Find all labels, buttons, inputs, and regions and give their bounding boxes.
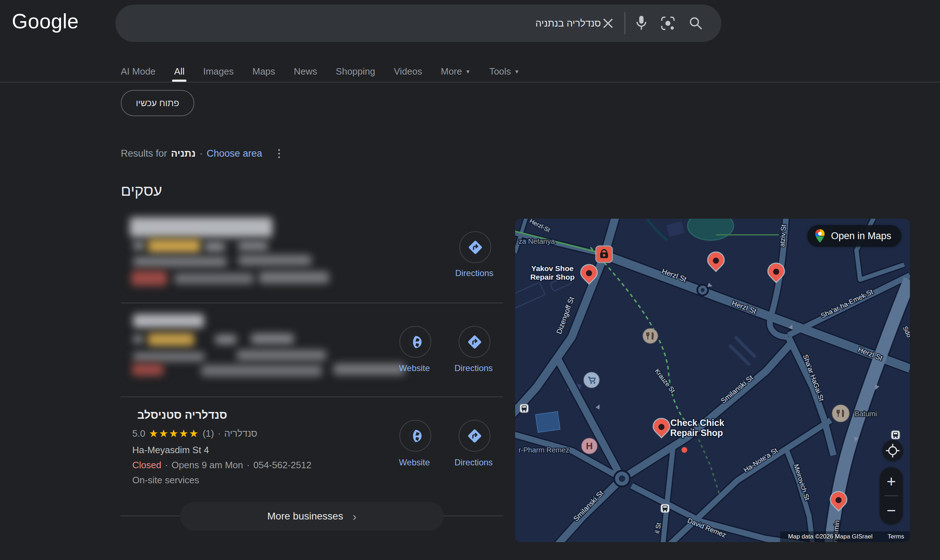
tab-videos[interactable]: Videos [394,60,422,83]
chevron-right-icon: › [352,510,356,522]
separator-dot: · [247,460,250,471]
results-location: נתניה [171,148,196,159]
open-now-filter-chip[interactable]: פתוח עכשיו [121,90,194,116]
listing-divider [121,397,503,397]
business-listing-redacted-1[interactable]: Directions [121,214,503,303]
more-businesses-button[interactable]: More businesses › [180,502,444,531]
open-in-maps-label: Open in Maps [831,231,891,242]
zoom-in-button[interactable]: + [880,467,903,495]
directions-label[interactable]: Directions [441,457,506,468]
results-location-bar: Results for נתניה · Choose area [121,148,282,160]
search-tabs: AI ModeAllImagesMapsNewsShoppingVideosMo… [121,60,520,83]
street-label: Batumi [855,410,877,418]
crosshair-icon [885,443,900,458]
svg-text:H: H [586,441,593,451]
map-dot-marker [682,447,687,453]
food-poi-icon[interactable] [832,405,849,422]
street-label: Yakov Shoe [531,264,574,272]
listing-hours: Opens 9 am Mon [172,460,243,471]
redacted-rating [133,335,143,343]
redacted-address [133,352,205,362]
lens-camera-icon[interactable] [660,16,675,31]
street-label: r-Pharm Remez [518,446,569,454]
businesses-heading: עסקים [121,182,162,199]
listing-divider [121,303,503,303]
directions-label[interactable]: Directions [442,268,506,278]
google-logo[interactable]: Google [12,9,79,33]
attribution-text: Map data ©2026 Mapa GISrael [788,533,872,540]
tab-images[interactable]: Images [203,60,234,83]
separator-dot: · [165,460,168,471]
redacted-reviews [205,242,225,252]
microphone-icon[interactable] [635,15,648,32]
map-panel[interactable]: HHerzl-Stza NetanyaDizengoff StHerzl StH… [515,219,910,542]
website-button[interactable] [399,326,431,358]
tab-maps[interactable]: Maps [252,60,275,83]
listing-title[interactable]: סנדלריה סטניסלב [137,409,227,422]
bus-stop-icon [520,404,528,413]
redacted-address [133,256,227,267]
redacted-title [133,314,204,328]
listing-address: Ha-Meyasdim St 4 [132,445,209,456]
food-poi-icon[interactable] [643,328,658,343]
results-prefix: Results for [121,148,167,159]
my-location-button[interactable] [882,440,903,461]
listing-status: Closed [132,460,162,471]
rating-stars: ★★★★★ [149,427,199,440]
street-label: Repair Shop [670,428,723,438]
listing-category: סנדלריה [225,428,257,439]
directions-button[interactable] [458,420,491,452]
directions-button[interactable] [459,231,491,263]
zoom-control: + − [880,467,903,525]
bus-stop-icon [891,431,900,439]
map-attribution: Map data ©2026 Mapa GISrael Terms [780,531,910,542]
map-canvas[interactable]: HHerzl-Stza NetanyaDizengoff StHerzl StH… [515,219,910,542]
directions-button[interactable] [458,326,491,358]
search-input[interactable]: סנדלריה בנתניה [126,18,601,29]
clear-icon[interactable] [601,16,615,31]
street-label: atziv St [778,224,787,247]
header-divider [0,82,940,83]
tab-news[interactable]: News [294,60,317,83]
selected-shop-marker[interactable] [596,246,612,262]
zoom-out-button[interactable]: − [880,496,903,525]
tab-shopping[interactable]: Shopping [336,60,375,83]
street-label: Check Chick [671,418,724,428]
search-icon[interactable] [688,16,703,31]
business-listing-redacted-2[interactable]: Website Directions [121,311,503,397]
terms-link[interactable]: Terms [888,533,904,540]
bus-stop-icon [661,504,669,513]
more-businesses-label: More businesses [268,511,343,522]
kebab-menu-icon[interactable] [277,148,282,160]
rating-value: 5.0 [132,428,145,439]
website-button[interactable] [399,420,431,452]
open-in-maps-button[interactable]: Open in Maps [807,225,901,247]
redacted-status [131,271,167,286]
separator-dot: · [218,428,221,439]
website-label[interactable]: Website [382,363,447,373]
tab-tools[interactable]: Tools▼ [489,60,520,83]
redacted-phone [259,271,329,284]
street-label: za Netanya [518,237,555,245]
redacted-title [130,217,272,237]
tab-more[interactable]: More▼ [441,60,471,83]
redacted-category [238,241,268,251]
cart-poi-icon[interactable] [584,372,599,388]
tab-all[interactable]: All [174,60,185,83]
redacted-status [132,363,163,376]
tab-ai-mode[interactable]: AI Mode [121,60,155,83]
redacted-hours [174,273,254,284]
business-listing-stanislav[interactable]: סנדלריה סטניסלב 5.0 ★★★★★ (1) · סנדלריה … [121,407,514,490]
hospital-poi-icon[interactable]: H [582,438,597,454]
street-label: Repair Shop [530,273,575,281]
directions-label[interactable]: Directions [441,363,506,373]
search-bar[interactable]: סנדלריה בנתניה [115,5,721,42]
redacted-address [237,350,326,361]
review-count[interactable]: (1) [203,428,214,439]
google-maps-pin-icon [814,229,825,243]
redacted-address [238,255,312,266]
choose-area-link[interactable]: Choose area [207,148,262,159]
website-label[interactable]: Website [382,457,447,468]
redacted-rating [133,241,145,250]
chevron-down-icon: ▼ [514,68,520,75]
